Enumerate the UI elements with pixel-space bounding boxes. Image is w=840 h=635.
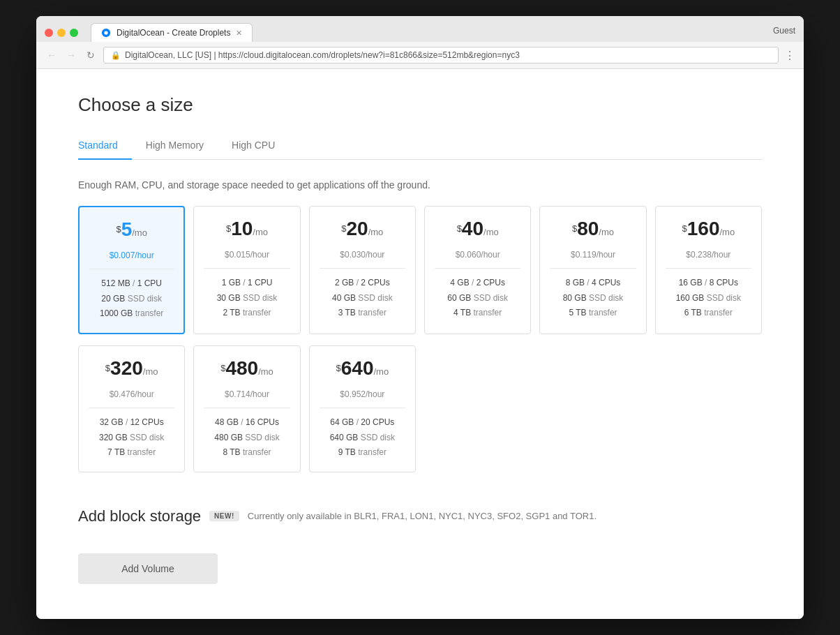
price-unit: /mo <box>253 227 268 237</box>
browser-menu-button[interactable]: ⋮ <box>784 49 795 62</box>
title-bar: DigitalOcean - Create Droplets ✕ Guest <box>36 16 804 42</box>
size-tabs: Standard High Memory High CPU <box>78 133 762 160</box>
spec-disk: 60 GB SSD disk <box>435 291 520 306</box>
size-card-10[interactable]: $10/mo $0.015/hour 1 GB / 1 CPU 30 GB SS… <box>193 206 300 334</box>
back-button[interactable]: ← <box>45 48 59 62</box>
price-amount: 320 <box>110 357 143 379</box>
price-unit: /mo <box>719 227 735 237</box>
size-card-160[interactable]: $160/mo $0.238/hour 16 GB / 8 CPUs 160 G… <box>655 206 762 334</box>
guest-label: Guest <box>773 26 795 40</box>
size-card-20[interactable]: $20/mo $0.030/hour 2 GB / 2 CPUs 40 GB S… <box>309 206 416 334</box>
price-amount: 160 <box>687 218 720 239</box>
spec-disk: 80 GB SSD disk <box>550 291 636 306</box>
spec-disk: 20 GB SSD disk <box>89 292 174 307</box>
price-dollar: $ <box>341 223 346 234</box>
svg-point-1 <box>104 31 107 35</box>
price-hourly: $0.952/hour <box>320 389 405 399</box>
price-hourly: $0.238/hour <box>666 250 751 260</box>
tab-close-icon[interactable]: ✕ <box>236 29 242 38</box>
price-unit: /mo <box>143 366 158 377</box>
browser-window: DigitalOcean - Create Droplets ✕ Guest ←… <box>36 16 804 619</box>
spec-transfer: 5 TB transfer <box>550 306 636 321</box>
spec-transfer: 1000 GB transfer <box>89 306 174 322</box>
url-org: DigitalOcean, LLC [US] <box>125 50 211 60</box>
spec-disk: 640 GB SSD disk <box>320 431 405 446</box>
spec-transfer: 8 TB transfer <box>204 445 290 461</box>
price-amount: 20 <box>347 218 368 239</box>
price-hourly: $0.476/hour <box>89 389 174 399</box>
close-button[interactable] <box>45 29 53 37</box>
spec-transfer: 9 TB transfer <box>320 445 405 461</box>
refresh-button[interactable]: ↻ <box>84 48 98 62</box>
price-unit: /mo <box>258 366 273 377</box>
price-unit: /mo <box>132 227 147 238</box>
spec-ram-cpu: 32 GB / 12 CPUs <box>89 415 174 431</box>
price-amount: 480 <box>225 357 258 379</box>
minimize-button[interactable] <box>57 29 66 37</box>
price-amount: 40 <box>462 218 483 239</box>
spec-transfer: 2 TB transfer <box>204 306 290 321</box>
price-unit: /mo <box>373 366 389 377</box>
size-card-640[interactable]: $640/mo $0.952/hour 64 GB / 20 CPUs 640 … <box>309 345 416 472</box>
tab-bar: DigitalOcean - Create Droplets ✕ <box>91 23 767 42</box>
price-hourly: $0.015/hour <box>204 250 290 260</box>
tab-high-memory[interactable]: High Memory <box>132 133 218 159</box>
traffic-lights <box>45 29 78 37</box>
browser-tab[interactable]: DigitalOcean - Create Droplets ✕ <box>91 23 253 42</box>
block-storage-section: Add block storage NEW! Currently only av… <box>78 507 762 525</box>
price-unit: /mo <box>483 227 499 237</box>
spec-disk: 30 GB SSD disk <box>204 291 290 306</box>
price-hourly: $0.060/hour <box>435 250 520 260</box>
price-amount: 640 <box>341 357 374 379</box>
forward-button[interactable]: → <box>64 48 78 62</box>
address-input[interactable]: 🔒 DigitalOcean, LLC [US] | https://cloud… <box>103 47 779 64</box>
address-bar: ← → ↻ 🔒 DigitalOcean, LLC [US] | https:/… <box>36 42 804 69</box>
spec-disk: 320 GB SSD disk <box>89 431 174 446</box>
price-hourly: $0.119/hour <box>550 250 636 260</box>
secure-icon: 🔒 <box>111 51 121 60</box>
add-volume-button[interactable]: Add Volume <box>78 553 218 584</box>
price-unit: /mo <box>368 227 384 237</box>
tab-title: DigitalOcean - Create Droplets <box>117 28 230 38</box>
page-content: Choose a size Standard High Memory High … <box>36 69 804 619</box>
spec-disk: 480 GB SSD disk <box>204 431 290 446</box>
spec-ram-cpu: 8 GB / 4 CPUs <box>550 276 636 291</box>
price-dollar: $ <box>457 223 462 234</box>
size-grid-row2: $320/mo $0.476/hour 32 GB / 12 CPUs 320 … <box>78 345 762 472</box>
page-title: Choose a size <box>78 94 762 116</box>
tab-high-cpu[interactable]: High CPU <box>218 133 289 159</box>
address-text: DigitalOcean, LLC [US] | https://cloud.d… <box>125 50 520 60</box>
price-dollar: $ <box>116 224 121 234</box>
size-card-480[interactable]: $480/mo $0.714/hour 48 GB / 16 CPUs 480 … <box>193 345 300 472</box>
spec-ram-cpu: 16 GB / 8 CPUs <box>666 276 751 291</box>
price-amount: 10 <box>231 218 253 239</box>
price-dollar: $ <box>682 223 687 234</box>
block-storage-description: Currently only available in BLR1, FRA1, … <box>248 511 597 521</box>
price-hourly: $0.714/hour <box>204 389 290 399</box>
size-card-80[interactable]: $80/mo $0.119/hour 8 GB / 4 CPUs 80 GB S… <box>539 206 646 334</box>
spec-disk: 40 GB SSD disk <box>320 291 405 306</box>
size-card-40[interactable]: $40/mo $0.060/hour 4 GB / 2 CPUs 60 GB S… <box>424 206 531 334</box>
section-description: Enough RAM, CPU, and storage space neede… <box>78 179 762 190</box>
price-hourly: $0.030/hour <box>320 250 405 260</box>
size-card-5[interactable]: $5/mo $0.007/hour 512 MB / 1 CPU 20 GB S… <box>78 206 185 334</box>
spec-transfer: 3 TB transfer <box>320 306 405 321</box>
spec-transfer: 7 TB transfer <box>89 445 174 461</box>
new-badge: NEW! <box>209 511 239 521</box>
size-grid-row1: $5/mo $0.007/hour 512 MB / 1 CPU 20 GB S… <box>78 206 762 334</box>
price-hourly: $0.007/hour <box>89 251 174 260</box>
spec-ram-cpu: 4 GB / 2 CPUs <box>435 276 520 291</box>
price-unit: /mo <box>599 227 614 237</box>
spec-ram-cpu: 1 GB / 1 CPU <box>204 276 290 291</box>
spec-ram-cpu: 64 GB / 20 CPUs <box>320 415 405 431</box>
url-full: https://cloud.digitalocean.com/droplets/… <box>218 50 520 60</box>
size-card-320[interactable]: $320/mo $0.476/hour 32 GB / 12 CPUs 320 … <box>78 345 185 472</box>
block-storage-title: Add block storage <box>78 507 201 525</box>
tab-favicon-icon <box>101 28 111 38</box>
price-amount: 80 <box>577 218 599 239</box>
spec-ram-cpu: 48 GB / 16 CPUs <box>204 415 290 431</box>
spec-disk: 160 GB SSD disk <box>666 291 751 306</box>
tab-standard[interactable]: Standard <box>78 133 132 159</box>
price-dollar: $ <box>336 363 341 373</box>
maximize-button[interactable] <box>70 29 78 37</box>
